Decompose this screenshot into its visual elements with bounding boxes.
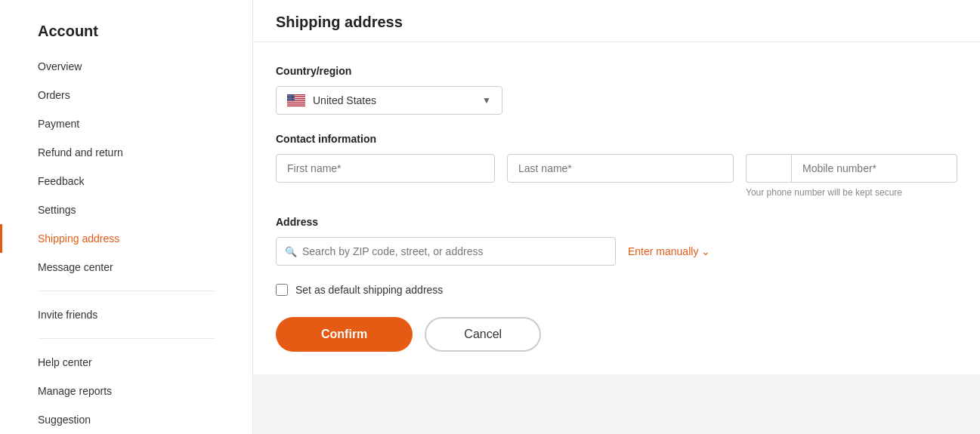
sidebar: Account Overview Orders Payment Refund a…	[0, 0, 253, 434]
us-flag-icon: ★★★★★ ★★★★ ★★★★★ ★★★★	[287, 94, 305, 106]
sidebar-item-overview[interactable]: Overview	[0, 52, 252, 81]
enter-manually-label: Enter manually	[628, 245, 698, 257]
sidebar-title: Account	[0, 15, 252, 52]
phone-code-input[interactable]: +1	[746, 154, 791, 183]
sidebar-item-invite-friends[interactable]: Invite friends	[0, 300, 252, 329]
country-select-left: ★★★★★ ★★★★ ★★★★★ ★★★★ United States	[287, 94, 376, 106]
content-area: Country/region	[253, 42, 980, 374]
address-label: Address	[276, 216, 957, 228]
sidebar-item-settings[interactable]: Settings	[0, 195, 252, 224]
sidebar-divider-1	[38, 291, 215, 291]
last-name-input[interactable]	[507, 154, 734, 183]
sidebar-item-refund-return[interactable]: Refund and return	[0, 138, 252, 167]
button-row: Confirm Cancel	[276, 317, 957, 352]
sidebar-item-payment[interactable]: Payment	[0, 109, 252, 138]
phone-row: +1	[746, 154, 957, 183]
country-region-section: Country/region	[276, 65, 957, 115]
country-select-dropdown[interactable]: ★★★★★ ★★★★ ★★★★★ ★★★★ United States ▼	[276, 86, 502, 115]
contact-info-label: Contact information	[276, 133, 957, 145]
svg-rect-12	[287, 106, 305, 106]
mobile-number-input[interactable]	[791, 154, 957, 183]
svg-rect-8	[287, 102, 305, 103]
sidebar-item-shipping-address[interactable]: Shipping address	[0, 224, 252, 253]
sidebar-item-orders[interactable]: Orders	[0, 81, 252, 109]
sidebar-item-message-center[interactable]: Message center	[0, 253, 252, 282]
first-name-input[interactable]	[276, 154, 495, 183]
main-content: Shipping address Country/region	[253, 0, 980, 434]
address-search-input[interactable]	[276, 237, 616, 266]
default-shipping-label[interactable]: Set as default shipping address	[295, 284, 443, 296]
sidebar-item-help-center[interactable]: Help center	[0, 348, 252, 377]
default-address-row: Set as default shipping address	[276, 284, 957, 296]
phone-group: +1 Your phone number will be kept secure	[746, 154, 957, 198]
enter-manually-button[interactable]: Enter manually ⌄	[628, 245, 710, 257]
phone-secure-text: Your phone number will be kept secure	[746, 187, 957, 198]
page-title: Shipping address	[253, 0, 980, 42]
chevron-down-icon: ▼	[482, 95, 491, 106]
svg-rect-11	[287, 105, 305, 106]
cancel-button[interactable]: Cancel	[425, 317, 541, 352]
svg-rect-7	[287, 101, 305, 102]
search-icon: 🔍	[285, 246, 297, 257]
confirm-button[interactable]: Confirm	[276, 317, 413, 352]
address-search-wrapper: 🔍 Enter manually ⌄	[276, 237, 957, 266]
svg-rect-10	[287, 103, 305, 104]
address-section: Address 🔍 Enter manually ⌄	[276, 216, 957, 266]
country-region-label: Country/region	[276, 65, 957, 77]
address-search-container: 🔍	[276, 237, 616, 266]
contact-fields: +1 Your phone number will be kept secure	[276, 154, 957, 198]
sidebar-divider-2	[38, 338, 215, 339]
default-shipping-checkbox[interactable]	[276, 284, 288, 296]
sidebar-item-manage-reports[interactable]: Manage reports	[0, 377, 252, 405]
svg-rect-9	[287, 103, 305, 103]
sidebar-item-feedback[interactable]: Feedback	[0, 167, 252, 195]
country-name-text: United States	[313, 94, 376, 106]
contact-info-section: Contact information +1 Your phone number…	[276, 133, 957, 198]
enter-manually-chevron-icon: ⌄	[701, 245, 710, 257]
sidebar-item-suggestion[interactable]: Suggestion	[0, 405, 252, 434]
